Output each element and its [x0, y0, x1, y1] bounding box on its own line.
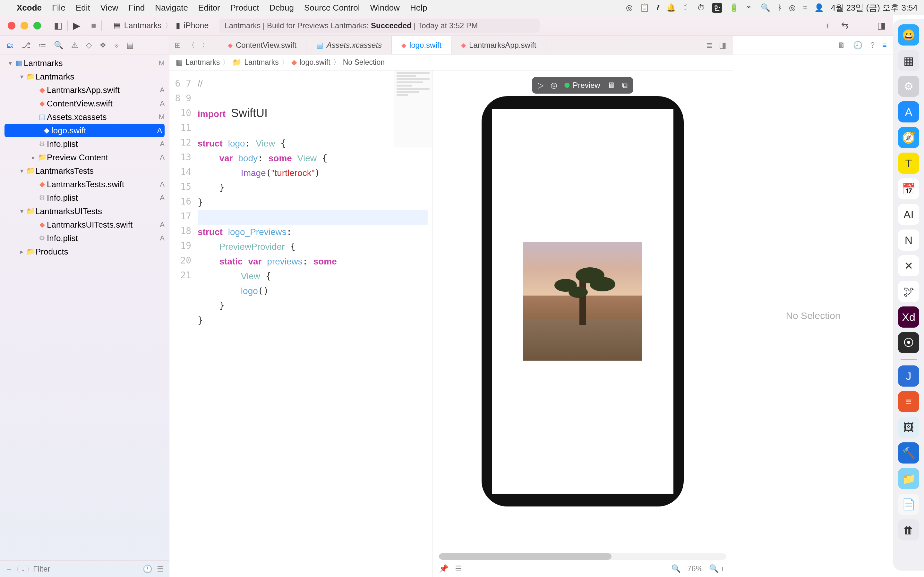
- dock-app-kakaotalk[interactable]: T: [898, 153, 919, 174]
- zoom-level[interactable]: 76%: [687, 564, 703, 573]
- dock-app-illustrator[interactable]: AI: [898, 204, 919, 225]
- code-review-button[interactable]: ⇆: [841, 20, 849, 31]
- canvas-settings-button[interactable]: ☰: [455, 564, 462, 573]
- notification-icon[interactable]: 🔔: [666, 3, 676, 12]
- editor-tab-logo-swift[interactable]: ◆logo.swift: [392, 36, 451, 54]
- canvas-toggle[interactable]: ◨: [719, 41, 726, 50]
- stop-button[interactable]: ■: [91, 21, 96, 31]
- tree-item-logo-swift[interactable]: ◆logo.swiftA: [5, 124, 165, 137]
- recent-filter-button[interactable]: 🕘: [143, 564, 152, 574]
- app-menu[interactable]: Xcode: [17, 3, 42, 13]
- nav-forward-button[interactable]: 〉: [202, 40, 209, 50]
- canvas-run-icon[interactable]: ▷: [538, 81, 543, 90]
- dock-app-textedit[interactable]: 📄: [898, 494, 919, 515]
- test-navigator-tab[interactable]: ◇: [86, 41, 92, 50]
- dock-app-folder[interactable]: 📁: [898, 468, 919, 489]
- window-minimize[interactable]: [21, 22, 28, 29]
- symbol-navigator-tab[interactable]: ≔: [39, 41, 46, 50]
- inspector-history-tab[interactable]: 🕘: [853, 41, 863, 50]
- run-button[interactable]: ▶: [73, 20, 80, 31]
- source-editor[interactable]: 6 7 8 9 10 11 12 13 14 15 16 17 18 19 20…: [170, 71, 433, 577]
- dock-app-appstore[interactable]: A: [898, 101, 919, 122]
- editor-tab-contentview-swift[interactable]: ◆ContentView.swift: [218, 36, 306, 54]
- project-navigator-tab[interactable]: 🗂: [6, 41, 14, 50]
- dock-app-pdf[interactable]: ≡: [898, 391, 919, 412]
- ime-icon[interactable]: 한: [712, 3, 722, 13]
- canvas-duplicate-icon[interactable]: ⧉: [622, 81, 628, 90]
- menu-file[interactable]: File: [52, 3, 65, 13]
- find-navigator-tab[interactable]: 🔍: [54, 41, 63, 50]
- control-center-icon[interactable]: ⌗: [803, 3, 807, 12]
- tree-item-info-plist[interactable]: ⚙Info.plistA: [0, 137, 169, 151]
- scheme-device[interactable]: iPhone: [184, 21, 208, 30]
- dock-app-terminal[interactable]: ⦿: [898, 332, 919, 353]
- tree-item-lantmarks[interactable]: ▾📁Lantmarks: [0, 70, 169, 83]
- dock-app-trash[interactable]: 🗑: [898, 519, 919, 540]
- canvas-device-icon[interactable]: 🖥: [607, 81, 615, 90]
- menu-help[interactable]: Help: [410, 3, 427, 13]
- menubar-clock[interactable]: 4월 23일 (금) 오후 3:54: [831, 2, 918, 13]
- menu-edit[interactable]: Edit: [76, 3, 90, 13]
- jump-bar[interactable]: ▦ Lantmarks〉 📁Lantmarks〉 ◆logo.swift〉 No…: [170, 55, 733, 71]
- battery-icon[interactable]: 🔋: [729, 3, 739, 12]
- tree-item-info-plist[interactable]: ⚙Info.plistA: [0, 191, 169, 205]
- window-close[interactable]: [8, 22, 15, 29]
- zoom-out-button[interactable]: －🔍: [664, 564, 681, 574]
- related-items-button[interactable]: ⊞: [174, 41, 181, 50]
- window-zoom[interactable]: [33, 22, 41, 29]
- add-target-button[interactable]: ＋: [5, 564, 13, 574]
- project-tree[interactable]: ▾▦LantmarksM▾📁Lantmarks◆LantmarksApp.swi…: [0, 55, 169, 560]
- dock-app-notion[interactable]: N: [898, 229, 919, 251]
- spotlight-icon[interactable]: 🔍: [761, 3, 771, 12]
- dock-app-xd[interactable]: Xd: [898, 306, 919, 327]
- timer-icon[interactable]: ⏱: [697, 3, 705, 12]
- issue-navigator-tab[interactable]: ⚠: [71, 41, 78, 50]
- dock-app-dictionary[interactable]: J: [898, 366, 919, 387]
- inspector-help-tab[interactable]: ?: [871, 41, 875, 50]
- tree-item-lantmarksuitests[interactable]: ▾📁LantmarksUITests: [0, 205, 169, 218]
- report-navigator-tab[interactable]: ▤: [126, 41, 134, 50]
- dock-app-preview[interactable]: 🖼: [898, 417, 919, 438]
- breakpoint-navigator-tab[interactable]: ⟐: [114, 41, 119, 50]
- tree-item-lantmarkstests-swift[interactable]: ◆LantmarksTests.swiftA: [0, 177, 169, 191]
- zoom-in-button[interactable]: 🔍＋: [709, 564, 726, 574]
- canvas-preview-button[interactable]: Preview: [564, 81, 600, 90]
- dock-app-swift[interactable]: 🕊: [898, 281, 919, 302]
- canvas-inspect-icon[interactable]: ◎: [551, 81, 557, 90]
- filter-scope-button[interactable]: ⌄: [17, 565, 29, 573]
- inspector-file-tab[interactable]: 🗎: [838, 41, 845, 50]
- dnd-icon[interactable]: ☾: [683, 3, 690, 12]
- tree-item-info-plist[interactable]: ⚙Info.plistA: [0, 231, 169, 245]
- nav-back-button[interactable]: 〈: [187, 40, 195, 50]
- scheme-project[interactable]: Lantmarks: [124, 21, 162, 30]
- wifi-icon[interactable]: ᯤ: [746, 3, 754, 12]
- preview-canvas[interactable]: ▷ ◎ Preview 🖥 ⧉: [433, 71, 733, 577]
- menu-find[interactable]: Find: [129, 3, 145, 13]
- airdrop-icon[interactable]: ◎: [789, 3, 796, 12]
- bluetooth-icon[interactable]: ᚼ: [777, 3, 782, 12]
- toggle-inspector-button[interactable]: ◨: [877, 20, 885, 31]
- editor-tab-lantmarksapp-swift[interactable]: ◆LantmarksApp.swift: [451, 36, 546, 54]
- tree-item-preview-content[interactable]: ▸📁Preview ContentA: [0, 151, 169, 164]
- canvas-scrollbar[interactable]: [439, 553, 726, 560]
- dock-app-safari[interactable]: 🧭: [898, 127, 919, 148]
- toggle-navigator-button[interactable]: ◧: [54, 20, 62, 31]
- menu-debug[interactable]: Debug: [269, 3, 294, 13]
- dock-app-mixpanel[interactable]: ✕: [898, 255, 919, 276]
- tree-item-lantmarkstests[interactable]: ▾📁LantmarksTests: [0, 164, 169, 177]
- menu-source-control[interactable]: Source Control: [304, 3, 360, 13]
- menu-product[interactable]: Product: [230, 3, 259, 13]
- source-control-navigator-tab[interactable]: ⎇: [22, 41, 31, 50]
- tree-item-products[interactable]: ▸📁Products: [0, 245, 169, 258]
- menu-navigate[interactable]: Navigate: [155, 3, 188, 13]
- dock-app-launchpad[interactable]: ▦: [898, 50, 919, 71]
- filter-input[interactable]: [33, 564, 138, 574]
- dock-app-xcode[interactable]: 🔨: [898, 442, 919, 464]
- dock-app-finder[interactable]: 😀: [898, 24, 919, 45]
- library-button[interactable]: ＋: [823, 19, 832, 32]
- editor-tab-assets-xcassets[interactable]: ▤Assets.xcassets: [306, 36, 392, 54]
- clipboard-icon[interactable]: 📋: [640, 3, 649, 12]
- tree-item-lantmarksuitests-swift[interactable]: ◆LantmarksUITests.swiftA: [0, 218, 169, 231]
- scm-filter-button[interactable]: ☰: [157, 564, 164, 574]
- debug-navigator-tab[interactable]: ❖: [99, 41, 107, 50]
